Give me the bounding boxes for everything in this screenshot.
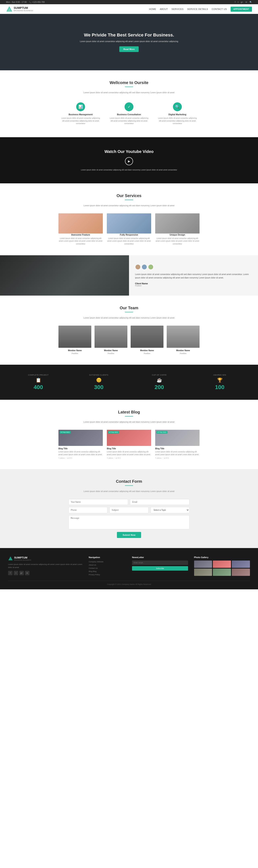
footer-nav-company[interactable]: Company Website (89, 561, 104, 563)
team-img-2 (94, 326, 127, 348)
team-member-1-name: Member Name (58, 349, 91, 351)
footer-photo-4 (194, 568, 212, 576)
nav-about[interactable]: ABOUT (160, 8, 168, 10)
welcome-card-1: 📊 Business Management Lorem ipsum dolor … (58, 100, 103, 127)
team-section: Our Team Lorem ipsum dolor sit amet cons… (0, 296, 258, 365)
blog-post-1-desc: Lorem ipsum dolor sit amet consectur adi… (58, 451, 103, 456)
blog-post-1: 07 Feb 2021 Blog Title Lorem ipsum dolor… (58, 430, 103, 459)
submit-button[interactable]: Submit Now (117, 532, 141, 538)
footer-nav-blog[interactable]: Blog Blog (89, 570, 96, 572)
blog-cards-grid: 07 Feb 2021 Blog Title Lorem ipsum dolor… (58, 430, 200, 459)
blog-img-3: 07 Feb 2021 (155, 430, 200, 446)
blog-post-2-meta: ✎ Admin ♡ 12 ✉ 5 (107, 457, 151, 459)
nav-home[interactable]: HOME (149, 8, 156, 10)
form-row-1 (68, 499, 190, 505)
welcome-cards: 📊 Business Management Lorem ipsum dolor … (58, 100, 200, 127)
blog-divider (125, 416, 133, 416)
footer-social-links: f t g+ in (8, 571, 83, 575)
top-bar-left: Mon - Sun 8:00 - 17:00 📞 +123-456-789 (6, 1, 45, 3)
logo: SUMPTUM BRANDING BUSINESS (6, 6, 33, 12)
service-cards-grid: Awesome Feature Lorem ipsum dolor sit am… (58, 213, 200, 245)
footer-nav-about[interactable]: About Us (89, 564, 96, 566)
nav-services[interactable]: SERVICES (172, 8, 183, 10)
hero-cta-button[interactable]: Read More (119, 46, 139, 52)
nav-contact[interactable]: CONTACT US (212, 8, 227, 10)
team-member-3: Member Name Position (131, 326, 164, 354)
stat-clients-label: Satisfied Clients (72, 374, 126, 376)
footer-nav-privacy[interactable]: Privacy Policy (89, 574, 100, 576)
avatar-2 (142, 264, 147, 270)
social-google[interactable]: g+ (241, 1, 243, 3)
blog-post-3-desc: Lorem ipsum dolor sit amet consectur adi… (155, 451, 200, 456)
video-section: Watch Our Youtube Video ▶ Lorem ipsum do… (0, 137, 258, 183)
hero-content: We Privide The Best Service For Business… (80, 32, 178, 52)
email-input[interactable] (130, 499, 190, 505)
footer-nav-title: Navigation (89, 556, 126, 559)
footer-social-google[interactable]: g+ (19, 571, 24, 575)
blog-post-3: 07 Feb 2021 Blog Title Lorem ipsum dolor… (155, 430, 200, 459)
footer-logo-sub: BRANDING BUSINESS (14, 559, 31, 561)
social-twitter[interactable]: t (238, 1, 238, 3)
play-button[interactable]: ▶ (125, 157, 133, 165)
form-row-2: Select a Topic (68, 507, 190, 513)
card-1-title: Business Management (60, 113, 101, 116)
team-member-4-name: Member Name (167, 349, 200, 351)
card-2-desc: Lorem ipsum dolor sit amet consectur adi… (109, 117, 149, 125)
blog-post-2: 07 Feb 2021 Blog Title Lorem ipsum dolor… (107, 430, 151, 459)
footer-photo-1 (194, 561, 212, 568)
card-1-desc: Lorem ipsum dolor sit amet consectur adi… (60, 117, 101, 125)
service-image-1 (58, 213, 103, 234)
footer-gallery-title: Photo Gallery (194, 556, 250, 559)
search-icon[interactable]: 🔍 (250, 1, 252, 3)
avatar-1 (135, 264, 141, 270)
stat-awards: Awards Win 🏆 100 (190, 371, 250, 394)
subject-input[interactable] (110, 507, 148, 513)
service-card-1: Awesome Feature Lorem ipsum dolor sit am… (58, 213, 103, 245)
team-img-4 (167, 326, 200, 348)
message-textarea[interactable] (68, 515, 190, 529)
social-facebook[interactable]: f (235, 1, 235, 3)
stat-clients-number: 300 (72, 384, 126, 391)
testimonial-avatars (135, 264, 252, 270)
team-member-1-position: Position (71, 352, 78, 354)
hero-title: We Privide The Best Service For Business… (80, 32, 178, 38)
welcome-title: Wellcome to Oursite (12, 81, 246, 85)
subscribe-button[interactable]: Subscribe (132, 566, 188, 570)
top-bar: Mon - Sun 8:00 - 17:00 📞 +123-456-789 f … (0, 0, 258, 4)
appointment-button[interactable]: Appointment (231, 7, 252, 12)
footer-social-linkedin[interactable]: in (25, 571, 29, 575)
newsletter-email-input[interactable] (132, 561, 188, 565)
blog-post-3-title: Blog Title (155, 447, 200, 450)
phone-input[interactable] (68, 507, 108, 513)
service-2-desc: Lorem ipsum dolor sit amet consectur adi… (107, 237, 151, 245)
team-img-3 (131, 326, 164, 348)
team-title: Our Team (8, 306, 250, 310)
footer-desc: Lorem ipsum dolor sit amet consectur adi… (8, 563, 83, 569)
services-divider (125, 200, 133, 200)
stat-coffee-number: 200 (132, 384, 186, 391)
footer: SUMPTUM BRANDING BUSINESS Lorem ipsum do… (0, 548, 258, 589)
footer-social-facebook[interactable]: f (8, 571, 12, 575)
stat-projects: Complete Project 📋 400 (8, 371, 68, 394)
team-member-3-name: Member Name (131, 349, 164, 351)
card-3-title: Digital Marketing (157, 113, 198, 116)
footer-nav-contact[interactable]: Contact Us (89, 567, 98, 569)
team-divider (125, 312, 133, 312)
blog-post-2-title: Blog Title (107, 447, 151, 450)
social-linkedin[interactable]: in (246, 1, 247, 3)
name-input[interactable] (68, 499, 128, 505)
team-member-2-name: Member Name (94, 349, 127, 351)
card-2-title: Business Consultation (109, 113, 149, 116)
marketing-icon: 🔍 (173, 102, 182, 111)
footer-gallery: Photo Gallery (194, 556, 250, 577)
footer-nav-list: Company Website About Us Contact Us Blog… (89, 561, 126, 576)
nav-service-details[interactable]: SERVICE DETAILS (187, 8, 208, 10)
footer-social-twitter[interactable]: t (14, 571, 18, 575)
service-card-3: Unique Design Lorem ipsum dolor sit amet… (155, 213, 200, 245)
testimonial-content: Lorem ipsum dolor sit amet consectetur a… (129, 255, 258, 296)
topic-select[interactable]: Select a Topic (150, 507, 190, 513)
welcome-card-2: ✓ Business Consultation Lorem ipsum dolo… (107, 100, 151, 127)
footer-navigation: Navigation Company Website About Us Cont… (89, 556, 126, 577)
footer-photo-6 (232, 568, 250, 576)
management-icon: 📊 (76, 102, 85, 111)
